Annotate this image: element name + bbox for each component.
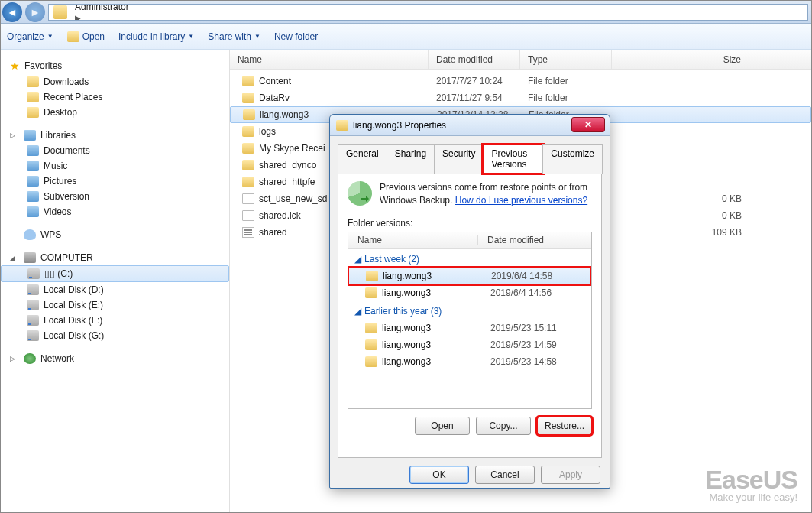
explorer-toolbar: Organize ▼ Open Include in library ▼ Sha… <box>1 24 811 50</box>
sidebar-item-label: Videos <box>44 206 71 217</box>
version-group-header[interactable]: ◢ Earlier this year (3) <box>348 301 591 320</box>
pv-copy-button[interactable]: Copy... <box>476 417 531 435</box>
version-date: 2019/5/23 14:58 <box>490 356 557 367</box>
sidebar-item[interactable]: Local Disk (D:) <box>1 282 229 297</box>
versions-list[interactable]: Name Date modified ◢ Last week (2)liang.… <box>348 232 592 409</box>
tab-sharing[interactable]: Sharing <box>387 144 435 174</box>
sidebar-item[interactable]: Subversion <box>1 189 229 204</box>
breadcrumb-segment[interactable]: Administrator <box>72 4 132 12</box>
pv-description: Previous versions come from restore poin… <box>380 181 592 207</box>
sidebar-item[interactable]: Recent Places <box>1 89 229 105</box>
folder-versions-label: Folder versions: <box>348 218 592 229</box>
sidebar-item[interactable]: Videos <box>1 204 229 219</box>
version-name: liang.wong3 <box>382 323 490 333</box>
cfg-icon <box>242 227 254 238</box>
tab-previous-versions[interactable]: Previous Versions <box>483 144 543 174</box>
nav-forward-button[interactable]: ► <box>25 2 45 22</box>
pv-open-button[interactable]: Open <box>415 417 470 435</box>
file-name: logs <box>259 126 276 137</box>
folder-icon <box>243 109 255 120</box>
watermark-brand: EaseUS <box>705 465 797 495</box>
pv-col-name[interactable]: Name <box>348 235 478 245</box>
version-group-header[interactable]: ◢ Last week (2) <box>348 249 591 268</box>
sidebar-item[interactable]: Pictures <box>1 174 229 189</box>
folder-icon <box>242 177 254 187</box>
col-date[interactable]: Date modified <box>429 50 520 69</box>
new-folder-button[interactable]: New folder <box>274 31 318 42</box>
pv-col-date[interactable]: Date modified <box>478 235 591 245</box>
version-row[interactable]: liang.wong32019/5/23 15:11 <box>348 320 591 336</box>
tab-general[interactable]: General <box>338 144 387 174</box>
nav-back-button[interactable]: ◄ <box>2 2 22 22</box>
file-date: 2017/11/27 9:54 <box>429 93 520 103</box>
sidebar-item[interactable]: Local Disk (G:) <box>1 328 229 343</box>
close-button[interactable]: ✕ <box>571 117 605 132</box>
file-name: shared.lck <box>259 210 301 221</box>
sidebar-item[interactable]: Documents <box>1 143 229 158</box>
sidebar-item[interactable]: Local Disk (F:) <box>1 313 229 328</box>
sidebar-item[interactable]: Music <box>1 158 229 174</box>
sidebar-item[interactable]: Desktop <box>1 105 229 120</box>
folder-icon <box>365 356 377 367</box>
drive-icon <box>27 300 39 310</box>
wps-item[interactable]: WPS <box>1 227 229 242</box>
tab-security[interactable]: Security <box>434 144 484 174</box>
help-link[interactable]: How do I use previous versions? <box>455 195 587 206</box>
sidebar-item[interactable]: ▯▯ (C:) <box>1 265 229 282</box>
network-item[interactable]: ▷Network <box>1 351 229 366</box>
version-row[interactable]: liang.wong32019/5/23 14:58 <box>348 353 591 370</box>
cancel-button[interactable]: Cancel <box>475 466 535 484</box>
sidebar-item-label: Desktop <box>44 107 77 118</box>
computer-header[interactable]: ◢COMPUTER <box>1 250 229 265</box>
file-name: sct_use_new_sd <box>259 193 327 204</box>
dialog-title-text: liang.wong3 Properties <box>353 120 446 131</box>
column-headers[interactable]: Name Date modified Type Size <box>230 50 811 70</box>
favorites-header[interactable]: ★Favorites <box>1 57 229 74</box>
folder-icon <box>67 31 79 42</box>
file-name: My Skype Recei <box>259 143 325 154</box>
organize-menu[interactable]: Organize ▼ <box>7 31 53 42</box>
ok-button[interactable]: OK <box>409 466 469 484</box>
col-name[interactable]: Name <box>230 50 429 69</box>
sidebar-item[interactable]: Downloads <box>1 74 229 89</box>
lib-icon <box>27 191 39 202</box>
properties-tabs: GeneralSharingSecurityPrevious VersionsC… <box>338 144 602 174</box>
version-row[interactable]: liang.wong32019/6/4 14:58 <box>348 268 591 284</box>
lib-icon <box>27 145 39 156</box>
version-row[interactable]: liang.wong32019/5/23 14:59 <box>348 336 591 353</box>
sidebar-item-label: Subversion <box>44 191 89 202</box>
properties-dialog: liang.wong3 Properties ✕ GeneralSharingS… <box>329 114 610 489</box>
dialog-titlebar[interactable]: liang.wong3 Properties ✕ <box>330 115 610 136</box>
file-icon <box>242 193 254 204</box>
folder-icon <box>242 93 254 103</box>
breadcrumb-bar[interactable]: COMPUTER▶▯▯ (C:)▶Users▶Administrator▶App… <box>48 4 808 21</box>
open-button[interactable]: Open <box>67 31 105 42</box>
tab-customize[interactable]: Customize <box>542 144 603 174</box>
file-row[interactable]: Content2017/7/27 10:24File folder <box>230 73 811 89</box>
pv-restore-button[interactable]: Restore... <box>537 417 592 435</box>
version-date: 2019/6/4 14:56 <box>490 287 552 298</box>
file-type: File folder <box>520 93 612 103</box>
previous-versions-pane: Previous versions come from restore poin… <box>338 174 602 458</box>
address-bar: ◄ ► COMPUTER▶▯▯ (C:)▶Users▶Administrator… <box>1 1 811 24</box>
sidebar-item[interactable]: Local Disk (E:) <box>1 297 229 313</box>
sidebar-item-label: Music <box>44 161 67 171</box>
share-with-menu[interactable]: Share with ▼ <box>208 31 260 42</box>
version-name: liang.wong3 <box>382 287 490 298</box>
drive-icon <box>27 315 39 326</box>
include-library-menu[interactable]: Include in library ▼ <box>118 31 194 42</box>
lib-icon <box>27 176 39 187</box>
col-type[interactable]: Type <box>520 50 612 69</box>
version-row[interactable]: liang.wong32019/6/4 14:56 <box>348 284 591 301</box>
libraries-header[interactable]: ▷Libraries <box>1 128 229 143</box>
folder-icon <box>27 92 39 102</box>
col-size[interactable]: Size <box>612 50 749 69</box>
apply-button[interactable]: Apply <box>541 466 600 484</box>
file-row[interactable]: DataRv2017/11/27 9:54File folder <box>230 89 811 106</box>
folder-icon <box>27 76 39 87</box>
file-size: 0 KB <box>612 193 749 204</box>
sidebar-item-label: ▯▯ (C:) <box>44 268 73 279</box>
file-date: 2017/7/27 10:24 <box>429 76 520 86</box>
file-name: liang.wong3 <box>260 109 309 120</box>
lib-icon <box>27 161 39 171</box>
